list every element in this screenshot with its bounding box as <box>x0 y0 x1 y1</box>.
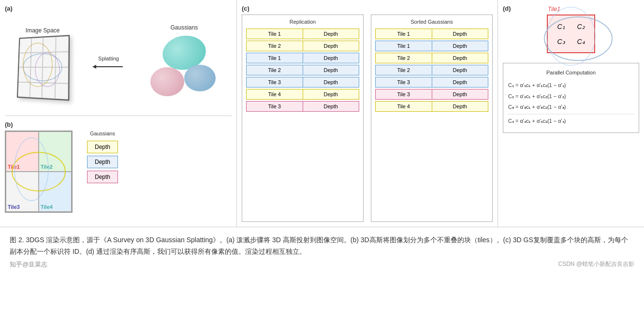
rep-row-7: Tile 3 Depth <box>246 101 359 112</box>
rep-tile-6: Tile 4 <box>247 89 303 99</box>
grid-cell <box>42 82 55 99</box>
tile3-label: Tile3 <box>8 204 20 210</box>
tile-cell-4: Tile4 <box>39 172 72 212</box>
section-a: (a) Image Space <box>5 5 232 116</box>
rep-row-6: Tile 4 Depth <box>246 89 359 100</box>
rep-row-4: Tile 2 Depth <box>246 65 359 75</box>
sort-tile-5: Tile 3 <box>376 77 432 87</box>
sort-depth-2: Depth <box>432 41 488 51</box>
rep-depth-3: Depth <box>303 53 359 63</box>
arrow-container <box>91 63 125 70</box>
gaussians-box-label: Gaussians <box>87 131 118 136</box>
sort-tile-7: Tile 4 <box>376 102 432 111</box>
section-b-label: (b) <box>5 121 232 128</box>
blob-blue <box>184 65 216 91</box>
rep-depth-4: Depth <box>303 65 359 75</box>
rep-row-2: Tile 2 Depth <box>246 41 359 51</box>
section-c: (c) Replication Tile 1 Depth Tile 2 Dept… <box>237 0 498 227</box>
grid-cell <box>56 36 69 52</box>
sorted-title: Sorted Gaussians <box>375 19 488 25</box>
gaussians-label-a: Gaussians <box>170 24 198 31</box>
blobs-area <box>148 33 220 101</box>
main-container: (a) Image Space <box>0 0 644 276</box>
sort-row-1: Tile 1 Depth <box>375 29 488 39</box>
grid-cell <box>43 36 56 52</box>
splatting-label: Splatting <box>98 56 119 61</box>
section-d-top: Tile1 C₁ C₂ C₃ C₄ <box>503 15 639 58</box>
formula-line-4: C₄ = α'₄c₁ + α'₄c₂(1 − α'₄) <box>508 114 634 126</box>
section-a-content: Image Space <box>5 15 232 111</box>
rep-depth-2: Depth <box>303 41 359 51</box>
grid-cell <box>19 52 31 67</box>
section-b: (b) Tile1 Tile2 Tile3 <box>5 116 232 222</box>
formula-box: Parallel Computation C₁ = α'₁c₁ + α'₁c₂(… <box>503 63 639 133</box>
image-space-label: Image Space <box>26 27 60 34</box>
sort-tile-6: Tile 3 <box>376 89 432 99</box>
depth-item-pink: Depth <box>87 171 118 183</box>
rep-depth-5: Depth <box>303 77 359 87</box>
grid-cell <box>55 83 68 100</box>
sort-depth-3: Depth <box>432 53 488 63</box>
caption-main: 图 2. 3DGS 渲染示意图，源于《A Survey on 3D Gaussi… <box>10 236 628 255</box>
sort-depth-1: Depth <box>432 29 488 39</box>
section-ab: (a) Image Space <box>0 0 237 227</box>
tile1-area: Tile1 C₁ C₂ C₃ C₄ <box>547 15 595 53</box>
section-d: (d) Tile1 C₁ C₂ C₃ C₄ <box>498 0 644 227</box>
grid-cell <box>29 82 42 98</box>
rep-tile-1: Tile 1 <box>247 29 303 39</box>
caption-section: 图 2. 3DGS 渲染示意图，源于《A Survey on 3D Gaussi… <box>0 227 644 276</box>
formula-line-3: C₃ = α'₃c₁ + α'₃c₂(1 − α'₃) <box>508 102 634 112</box>
tile1-c1: C₁ <box>552 19 571 33</box>
grid-cell <box>18 67 30 82</box>
grid-cell <box>31 37 44 52</box>
splatting-arrow-svg <box>91 63 125 70</box>
grid-cell <box>55 51 69 67</box>
sort-depth-6: Depth <box>432 89 488 99</box>
svg-marker-4 <box>92 65 96 69</box>
sort-tile-3: Tile 2 <box>376 53 432 63</box>
rep-tile-5: Tile 3 <box>247 77 303 87</box>
section-c-label: (c) <box>242 5 493 12</box>
sort-row-3: Tile 2 Depth <box>375 53 488 63</box>
replication-title: Replication <box>246 19 359 25</box>
formula-line-2: C₂ = α'₂c₁ + α'₂c₂(1 − α'₂) <box>508 92 634 102</box>
grid-cell <box>55 67 69 83</box>
rep-tile-4: Tile 2 <box>247 65 303 75</box>
section-d-label: (d) <box>503 5 639 12</box>
sort-tile-4: Tile 2 <box>376 65 432 75</box>
tile1-c3: C₃ <box>552 34 571 48</box>
sort-depth-4: Depth <box>432 65 488 75</box>
sort-depth-7: Depth <box>432 102 488 111</box>
replication-box: Replication Tile 1 Depth Tile 2 Depth Ti… <box>242 15 364 222</box>
image-space-grid <box>17 35 70 101</box>
section-a-label: (a) <box>5 5 232 12</box>
tile1-pos-label: Tile1 <box>548 6 560 13</box>
grid-cell <box>42 67 55 83</box>
grid-cell <box>30 52 43 67</box>
gaussians-b-section: Gaussians Depth Depth Depth <box>87 131 118 183</box>
grid-cell <box>18 82 30 97</box>
sort-row-4: Tile 2 Depth <box>375 65 488 75</box>
rep-row-5: Tile 3 Depth <box>246 77 359 88</box>
rep-tile-3: Tile 1 <box>247 53 303 63</box>
rep-row-3: Tile 1 Depth <box>246 53 359 63</box>
splatting-arrow: Splatting <box>91 56 125 70</box>
sorted-box: Sorted Gaussians Tile 1 Depth Tile 1 Dep… <box>371 15 493 222</box>
tile1-c2: C₂ <box>571 19 590 33</box>
tile-cell-2: Tile2 <box>39 132 72 172</box>
sort-depth-5: Depth <box>432 77 488 87</box>
sort-row-7: Tile 4 Depth <box>375 101 488 112</box>
watermark-area: 知乎@韭菜志 CSDN @蜡笔小新配吉良吉影 <box>10 260 634 269</box>
grid-cell <box>43 52 56 67</box>
sort-tile-2: Tile 1 <box>376 41 432 51</box>
image-space-container: Image Space <box>16 27 69 99</box>
caption-text: 图 2. 3DGS 渲染示意图，源于《A Survey on 3D Gaussi… <box>10 234 634 258</box>
sort-row-5: Tile 3 Depth <box>375 77 488 88</box>
tile-grid: Tile1 Tile2 Tile3 Tile4 <box>5 131 73 213</box>
rep-tile-2: Tile 2 <box>247 41 303 51</box>
section-c-content: Replication Tile 1 Depth Tile 2 Depth Ti… <box>242 15 493 222</box>
csdn-label: CSDN @蜡笔小新配吉良吉影 <box>558 260 634 268</box>
depth-item-yellow: Depth <box>87 141 118 153</box>
tile-grid-container: Tile1 Tile2 Tile3 Tile4 <box>5 131 77 218</box>
sort-tile-1: Tile 1 <box>376 29 432 39</box>
